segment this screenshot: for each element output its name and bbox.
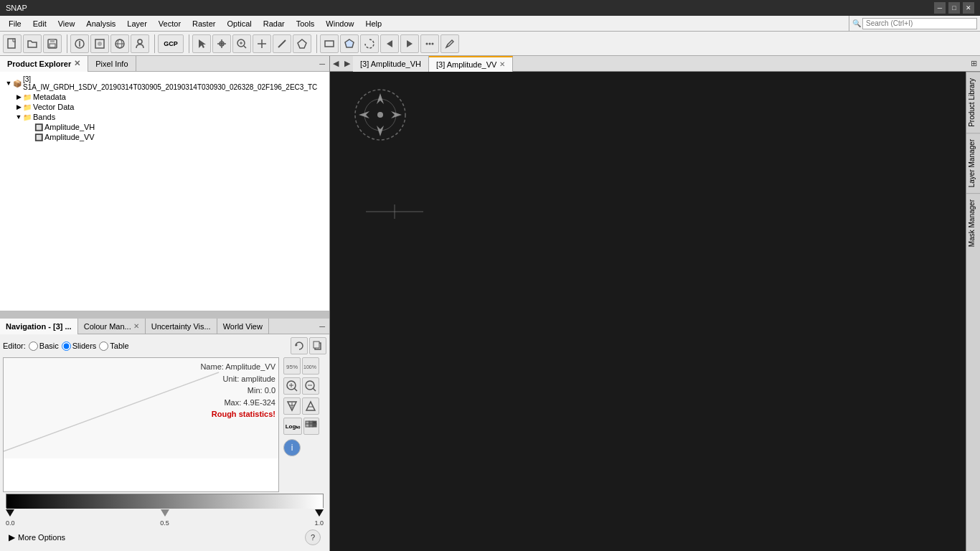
tree-expand-icon[interactable]: ▼	[4, 80, 13, 87]
reset-colour-button[interactable]	[291, 337, 308, 354]
zoom-out-range-button[interactable]	[302, 377, 319, 395]
tab-navigation[interactable]: Navigation - [3] ...	[0, 319, 78, 334]
mask-manager-tab[interactable]: Mask Manager	[966, 193, 980, 253]
menu-raster[interactable]: Raster	[187, 18, 221, 29]
tab-world-view[interactable]: World View	[217, 319, 269, 334]
tab-uncertainty[interactable]: Uncertainty Vis...	[146, 319, 217, 334]
radio-basic[interactable]: Basic	[29, 342, 59, 351]
pin-tool-button[interactable]	[253, 34, 271, 53]
search-input[interactable]	[862, 18, 977, 29]
close-product-explorer[interactable]: ✕	[74, 59, 80, 68]
open-button[interactable]	[23, 34, 42, 53]
tree-amplitude-vh[interactable]: 🔲 Amplitude_VH	[3, 122, 326, 132]
close-colour-manager[interactable]: ✕	[133, 322, 139, 330]
tree-vector-expand[interactable]: ▶	[14, 103, 23, 110]
layer-manager-tab[interactable]: Layer Manager	[966, 133, 980, 193]
gcp-button[interactable]: GCP	[158, 34, 184, 53]
product-library-tab[interactable]: Product Library	[966, 72, 980, 133]
tree-scrollbar-thumb[interactable]	[0, 311, 329, 319]
tab-product-explorer[interactable]: Product Explorer ✕	[0, 56, 88, 72]
dots-button[interactable]	[420, 34, 439, 53]
app-title: SNAP	[6, 4, 27, 12]
export-button[interactable]	[90, 34, 109, 53]
pct100-button[interactable]: 100%	[302, 357, 319, 375]
menu-file[interactable]: File	[3, 18, 27, 29]
minimize-button[interactable]: ─	[934, 2, 946, 14]
draw-poly-button[interactable]	[293, 34, 311, 53]
radio-table-input[interactable]	[99, 342, 108, 351]
pct95-button[interactable]: 95%	[283, 357, 301, 375]
next-button[interactable]	[400, 34, 419, 53]
help-button[interactable]: ?	[305, 529, 321, 545]
log10-button[interactable]: Log₁₀	[283, 418, 302, 435]
person-button[interactable]	[131, 34, 149, 53]
pencil-button[interactable]	[440, 34, 459, 53]
tab-expand-button[interactable]: ⊞	[968, 59, 980, 68]
zoom-in-range-button[interactable]	[283, 377, 301, 395]
tree-metadata[interactable]: ▶ 📁 Metadata	[3, 92, 326, 102]
gradient-marker-left[interactable]	[6, 509, 14, 517]
menu-edit[interactable]: Edit	[27, 18, 52, 29]
magic-button[interactable]	[360, 34, 379, 53]
radio-sliders-input[interactable]	[62, 342, 71, 351]
menu-analysis[interactable]: Analysis	[80, 18, 121, 29]
menu-optical[interactable]: Optical	[221, 18, 257, 29]
menu-view[interactable]: View	[52, 18, 81, 29]
menu-radar[interactable]: Radar	[258, 18, 291, 29]
maximize-button[interactable]: □	[948, 2, 960, 14]
bottom-panel-minimize[interactable]: ─	[315, 322, 329, 331]
world-button[interactable]	[110, 34, 129, 53]
rect-tool-button[interactable]	[320, 34, 339, 53]
view-zoom-out-button[interactable]	[302, 397, 319, 415]
gradient-marker-mid[interactable]	[161, 509, 169, 517]
tree-amplitude-vv[interactable]: 🔲 Amplitude_VV	[3, 132, 326, 142]
radio-table[interactable]: Table	[99, 342, 128, 351]
tree-root[interactable]: ▼ 📦 [3] S1A_IW_GRDH_1SDV_20190314T030905…	[3, 75, 326, 92]
more-options-label[interactable]: More Options	[18, 533, 65, 542]
tab-prev-button[interactable]: ◀	[330, 59, 341, 68]
pan-tool-button[interactable]	[212, 34, 231, 53]
band-vv-icon: 🔲	[34, 133, 43, 141]
zoom-tool-button[interactable]	[232, 34, 251, 53]
view-zoom-in-button[interactable]	[283, 397, 301, 415]
select-tool-button[interactable]	[192, 34, 211, 53]
menu-help[interactable]: Help	[359, 18, 387, 29]
poly-select-button[interactable]	[340, 34, 359, 53]
close-button[interactable]: ✕	[963, 2, 974, 14]
gradient-marker-right[interactable]	[315, 509, 324, 517]
colour-table-button[interactable]	[303, 418, 319, 435]
save-button[interactable]	[43, 34, 62, 53]
editor-label: Editor:	[3, 342, 26, 350]
menu-window[interactable]: Window	[320, 18, 359, 29]
tree-bands-expand[interactable]: ▼	[14, 113, 23, 121]
view-zoom-buttons	[283, 397, 319, 415]
bands-folder-icon: 📁	[23, 113, 32, 121]
menu-layer[interactable]: Layer	[121, 18, 153, 29]
tab-amplitude-vv[interactable]: [3] Amplitude_VV ✕	[429, 56, 513, 72]
menu-tools[interactable]: Tools	[291, 18, 321, 29]
svg-marker-24	[407, 40, 413, 47]
image-view[interactable]: Product Library Layer Manager Mask Manag…	[330, 72, 980, 551]
tree-bands[interactable]: ▼ 📁 Bands	[3, 112, 326, 122]
panel-minimize-button[interactable]: ─	[315, 60, 329, 68]
colour-info-button[interactable]: i	[283, 439, 301, 456]
draw-line-button[interactable]	[273, 34, 291, 53]
tree-scrollbar[interactable]	[0, 311, 329, 318]
tree-metadata-expand[interactable]: ▶	[14, 93, 23, 100]
tab-colour-manager[interactable]: Colour Man... ✕	[78, 319, 146, 334]
vector-folder-icon: 📁	[23, 103, 32, 111]
menu-vector[interactable]: Vector	[153, 18, 187, 29]
svg-marker-29	[296, 344, 298, 347]
radio-basic-input[interactable]	[29, 342, 38, 351]
tree-vector-data[interactable]: ▶ 📁 Vector Data	[3, 102, 326, 112]
new-button[interactable]	[3, 34, 22, 53]
copy-colour-button[interactable]	[309, 337, 326, 354]
tab-next-button[interactable]: ▶	[341, 59, 353, 68]
tab-amplitude-vh[interactable]: [3] Amplitude_VH	[353, 56, 429, 72]
prev-button[interactable]	[380, 34, 399, 53]
radio-sliders[interactable]: Sliders	[62, 342, 97, 351]
close-amplitude-vv-tab[interactable]: ✕	[499, 60, 505, 68]
tab-pixel-info[interactable]: Pixel Info	[88, 56, 136, 72]
import-button[interactable]	[70, 34, 89, 53]
svg-marker-22	[345, 39, 354, 47]
